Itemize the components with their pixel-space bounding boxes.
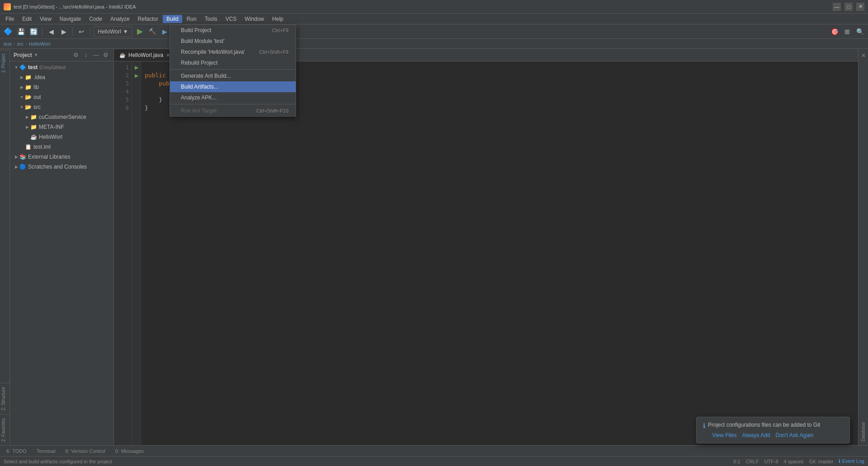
tree-item-idea[interactable]: ▶ 📁 .idea [10,72,113,82]
java-helloworl-icon: ☕ [30,134,37,140]
run-button[interactable]: ▶ [134,26,145,37]
breadcrumb-test[interactable]: test [4,41,12,47]
minimize-button[interactable]: — [833,3,841,11]
menu-refactor[interactable]: Refactor [134,15,162,23]
menu-build[interactable]: Build [163,15,182,23]
bottom-tab-todo[interactable]: 6: TODO [2,446,31,456]
build-project-shortcut: Ctrl+F9 [272,28,288,33]
status-position[interactable]: 6:1 [733,459,740,464]
menu-code[interactable]: Code [85,15,106,23]
folder-idea-icon: 📁 [24,74,32,80]
tree-item-lib[interactable]: ▶ 📁 lib [10,82,113,92]
panel-sort-btn[interactable]: ↕ [82,51,90,59]
status-encoding[interactable]: UTF-8 [764,459,778,464]
toolbar-locate-btn[interactable]: 🎯 [829,26,840,37]
notification-always-add[interactable]: Always Add [742,432,770,438]
notification-dont-ask[interactable]: Don't Ask Again [776,432,814,438]
menu-help[interactable]: Help [269,15,287,23]
tree-item-extlibs[interactable]: ▶ 📚 External Libraries [10,152,113,162]
status-vcs[interactable]: Git: master [809,459,834,464]
menu-run[interactable]: Run [183,15,200,23]
title-bar-controls[interactable]: — □ ✕ [833,3,864,11]
left-tab-favorites[interactable]: 2: Favorites [0,414,9,445]
panel-cog-btn[interactable]: ⚙ [72,51,80,59]
menu-item-build-project[interactable]: Build Project Ctrl+F9 [170,25,296,36]
build-artifacts-label: Build Artifacts... [181,84,218,90]
run-gutter-2[interactable]: ▶ [132,71,141,80]
menu-item-recompile[interactable]: Recompile 'HelloWorl.java' Ctrl+Shift+F9 [170,47,296,57]
bottom-tab-vcs[interactable]: 9: Version Control [61,446,109,456]
tree-item-metainf[interactable]: ▶ 📁 META-INF [10,122,113,132]
tree-item-scratches[interactable]: ▶ 🔵 Scratches and Consoles [10,162,113,172]
toolbar-back-btn[interactable]: ◀ [46,26,57,37]
run-gutter-1[interactable]: ▶ [132,63,141,71]
bottom-tab-messages[interactable]: 0: Messages [111,446,148,456]
menu-vcs[interactable]: VCS [222,15,241,23]
tree-label-cucs: cuCustomerService [39,114,86,120]
coverage-button[interactable]: ▶ [160,26,170,37]
status-linesep[interactable]: CRLF [746,459,759,464]
event-log-label: Event Log [842,458,864,464]
tree-item-helloworl[interactable]: ▶ ☕ HelloWorl [10,132,113,142]
status-right: 6:1 CRLF UTF-8 4 spaces Git: master ℹ Ev… [733,458,864,464]
menu-tools[interactable]: Tools [201,15,221,23]
right-tab-database[interactable]: Database [860,419,867,445]
toolbar-bookmark-btn[interactable]: ⊞ [842,26,853,37]
menu-item-build-artifacts[interactable]: Build Artifacts... [170,81,296,92]
tree-item-src[interactable]: ▼ 📂 src [10,102,113,112]
toolbar: 🔷 💾 🔄 ◀ ▶ ↩ HelloWorl ▼ ▶ 🔨 ▶ 🎯 ⊞ 🔍 [0,24,868,39]
toolbar-forward-btn[interactable]: ▶ [58,26,69,37]
bottom-tabs: 6: TODO Terminal 9: Version Control 0: M… [0,445,868,456]
tree-item-test[interactable]: ▼ 🔷 test D:\myGit\test [10,62,113,72]
menu-item-generate-ant[interactable]: Generate Ant Build... [170,71,296,81]
toolbar-undo-btn[interactable]: ↩ [76,26,87,37]
toolbar-sync-btn[interactable]: 🔄 [28,26,39,37]
editor-content: 1 2 3 4 5 6 ▶ ▶ public clas... public Sy… [114,61,858,445]
menu-navigate[interactable]: Navigate [56,15,85,23]
panel-actions: ⚙ ↕ — ⚙ [72,51,110,59]
breadcrumb-src[interactable]: src [17,41,24,47]
code-editor[interactable]: public clas... public Sys... } } [141,61,858,445]
breadcrumb-helloworl[interactable]: HelloWorl [29,41,50,47]
tree-path-test: D:\myGit\test [39,65,66,70]
build-module-label: Build Module 'test' [181,38,225,44]
menu-analyze[interactable]: Analyze [107,15,133,23]
build-button[interactable]: 🔨 [147,26,158,37]
editor-tab-helloworl[interactable]: ☕ HelloWorl.java ✕ [114,49,176,61]
tree-item-out[interactable]: ▼ 📂 out [10,92,113,102]
toolbar-save-btn[interactable]: 💾 [15,26,26,37]
tree-item-cucustomerservice[interactable]: ▶ 📁 cuCustomerService [10,112,113,122]
menu-file[interactable]: File [2,15,18,23]
tree-item-testiml[interactable]: ▶ 📋 test.iml [10,142,113,152]
menu-item-rebuild[interactable]: Rebuild Project [170,57,296,68]
panel-gear-btn[interactable]: ⚙ [102,51,110,59]
menu-edit[interactable]: Edit [19,15,35,23]
menu-view[interactable]: View [36,15,55,23]
menu-item-analyze-apk[interactable]: Analyze APK... [170,92,296,103]
maximize-button[interactable]: □ [844,3,853,11]
menu-item-build-module[interactable]: Build Module 'test' [170,36,296,47]
panel-collapse-btn[interactable]: — [92,51,100,59]
panel-dropdown-arrow[interactable]: ▼ [34,52,38,57]
toolbar-search-everywhere[interactable]: 🔍 [854,26,865,37]
notification-view-files[interactable]: View Files [712,432,736,438]
tree-label-idea: .idea [33,74,45,80]
vcs-num: 9: [65,448,69,454]
bottom-tab-terminal[interactable]: Terminal [32,446,60,456]
todo-num: 6: [6,448,10,454]
tree-label-src: src [33,104,41,110]
status-indent[interactable]: 4 spaces [784,459,804,464]
build-project-label: Build Project [181,27,211,33]
right-panel-close[interactable]: ✕ [859,51,868,61]
run-ant-shortcut: Ctrl+Shift+F10 [256,108,288,113]
left-tab-project[interactable]: 1: Project [0,50,9,76]
close-button[interactable]: ✕ [856,3,864,11]
run-config-arrow: ▼ [123,28,128,35]
run-config-selector[interactable]: HelloWorl ▼ [94,26,132,37]
left-tab-structure[interactable]: Z: Structure [0,383,9,414]
iml-icon: 📋 [24,144,32,150]
menu-window[interactable]: Window [241,15,268,23]
status-eventlog[interactable]: ℹ Event Log [839,458,864,464]
menu-sep-2 [170,104,296,104]
toolbar-project-icon[interactable]: 🔷 [3,26,14,37]
